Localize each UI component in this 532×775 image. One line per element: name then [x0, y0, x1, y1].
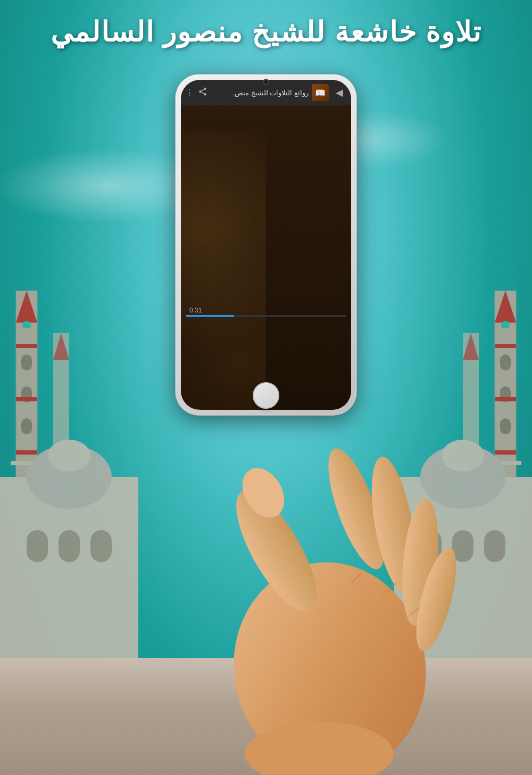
screen-content: ◀ 📖 روائع التلاوات للشيخ منص.: [181, 80, 351, 410]
phone-container: ◀ 📖 روائع التلاوات للشيخ منص.: [176, 75, 356, 415]
app-background: [181, 105, 351, 410]
svg-rect-39: [495, 450, 516, 455]
ground: [0, 658, 532, 775]
svg-rect-27: [500, 418, 511, 434]
svg-rect-5: [21, 354, 32, 370]
header-icon-image: 📖: [312, 84, 329, 101]
svg-line-44: [201, 89, 204, 91]
svg-rect-18: [16, 397, 37, 401]
mosque-left: [0, 291, 138, 690]
svg-point-40: [204, 88, 206, 90]
svg-rect-38: [495, 397, 516, 401]
back-button[interactable]: ◀: [332, 85, 347, 100]
svg-rect-17: [16, 344, 37, 348]
svg-rect-7: [21, 418, 32, 434]
svg-rect-16: [90, 530, 112, 562]
decorative-scrollwork: [181, 131, 266, 410]
svg-rect-35: [452, 530, 473, 562]
svg-point-41: [199, 90, 202, 93]
app-icon-header: 📖: [312, 84, 329, 101]
arabic-title: تلاوة خاشعة للشيخ منصور السالمي: [0, 16, 532, 48]
svg-point-42: [204, 93, 206, 96]
svg-point-33: [442, 440, 484, 472]
mosque-right: [394, 291, 532, 690]
phone-screen: ◀ 📖 روائع التلاوات للشيخ منص.: [181, 80, 351, 410]
home-button[interactable]: [253, 382, 279, 409]
player-timer: 0:31: [189, 307, 202, 314]
svg-rect-19: [16, 450, 37, 455]
share-icon[interactable]: [198, 87, 207, 98]
progress-fill: [186, 315, 234, 317]
phone-outer: ◀ 📖 روائع التلاوات للشيخ منص.: [176, 75, 356, 415]
svg-rect-25: [500, 354, 511, 370]
svg-rect-15: [59, 530, 80, 562]
svg-rect-14: [27, 530, 48, 562]
header-title: روائع التلاوات للشيخ منص.: [211, 89, 309, 97]
svg-rect-37: [495, 344, 516, 348]
header-actions: ⋮: [185, 87, 207, 98]
phone-camera: [263, 79, 269, 85]
more-options-icon[interactable]: ⋮: [185, 88, 194, 98]
svg-line-43: [201, 92, 204, 94]
progress-bar[interactable]: [186, 315, 346, 317]
svg-rect-36: [484, 530, 505, 562]
svg-point-13: [48, 440, 90, 472]
svg-rect-34: [420, 530, 442, 562]
